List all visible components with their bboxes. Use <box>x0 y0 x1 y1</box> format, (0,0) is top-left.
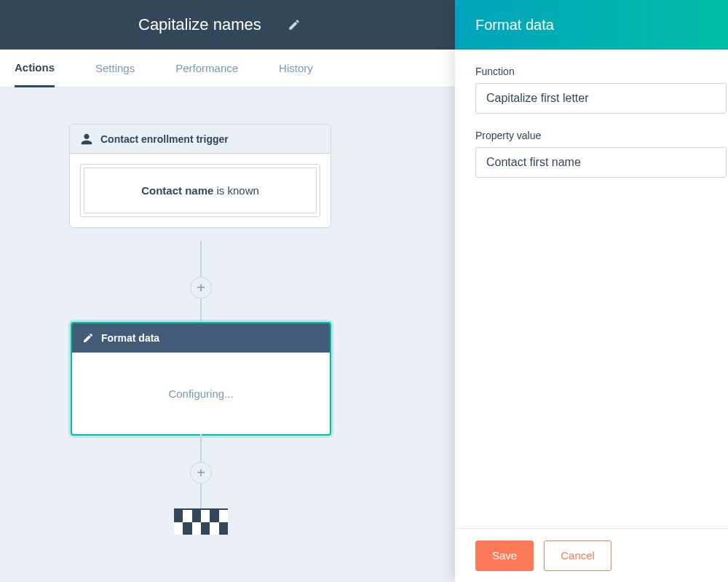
function-label: Function <box>475 66 728 77</box>
workflow-title: Capitalize names <box>138 15 261 34</box>
action-status-text: Configuring... <box>168 388 233 400</box>
pencil-icon[interactable] <box>288 18 301 31</box>
workflow-editor: Capitalize names Actions Settings Perfor… <box>0 0 455 582</box>
connector-line <box>200 299 202 323</box>
panel-footer: Save Cancel <box>455 528 728 582</box>
panel-title: Format data <box>475 17 554 34</box>
cancel-button[interactable]: Cancel <box>544 540 612 571</box>
action-card-body: Configuring... <box>72 353 330 434</box>
user-icon <box>80 133 93 146</box>
property-value-value: Contact first name <box>486 156 581 169</box>
save-button-label: Save <box>492 549 517 562</box>
finish-flag-icon <box>174 508 228 535</box>
tab-label: Performance <box>175 62 238 74</box>
function-field: Function Capitalize first letter <box>475 66 728 114</box>
tab-settings[interactable]: Settings <box>95 50 135 87</box>
pencil-icon <box>82 332 94 344</box>
property-value-select[interactable]: Contact first name <box>475 147 727 178</box>
add-action-button[interactable]: + <box>190 277 212 299</box>
tab-history[interactable]: History <box>279 50 313 87</box>
function-select[interactable]: Capitalize first letter <box>475 83 727 114</box>
property-value-field: Property value Contact first name <box>475 130 728 178</box>
trigger-card[interactable]: Contact enrollment trigger Contact name … <box>69 124 331 228</box>
connector-line <box>200 484 202 510</box>
workflow-canvas[interactable]: Contact enrollment trigger Contact name … <box>0 87 455 582</box>
save-button[interactable]: Save <box>475 540 534 571</box>
trigger-property-name: Contact name <box>141 184 213 197</box>
action-card-header: Format data <box>72 323 330 353</box>
tab-actions[interactable]: Actions <box>15 50 55 87</box>
tab-label: History <box>279 62 313 74</box>
app-header: Capitalize names <box>0 0 455 50</box>
trigger-card-body: Contact name is known <box>70 154 331 227</box>
connector-line <box>200 240 202 278</box>
connector-line <box>200 434 202 463</box>
action-card-format-data[interactable]: Format data Configuring... <box>71 322 331 436</box>
tab-bar: Actions Settings Performance History <box>0 50 455 87</box>
trigger-card-header: Contact enrollment trigger <box>70 125 331 154</box>
function-value: Capitalize first letter <box>486 92 589 105</box>
panel-body: Function Capitalize first letter Propert… <box>455 50 728 528</box>
trigger-condition-text: is known <box>213 184 259 197</box>
add-action-button[interactable]: + <box>190 462 212 484</box>
trigger-card-title: Contact enrollment trigger <box>100 133 229 145</box>
cancel-button-label: Cancel <box>561 549 595 562</box>
action-card-title: Format data <box>101 332 159 344</box>
property-value-label: Property value <box>475 130 728 141</box>
tab-label: Actions <box>15 61 55 74</box>
side-panel: Format data Function Capitalize first le… <box>455 0 728 582</box>
trigger-condition[interactable]: Contact name is known <box>84 168 317 213</box>
tab-label: Settings <box>95 62 135 74</box>
tab-performance[interactable]: Performance <box>175 50 238 87</box>
panel-header: Format data <box>455 0 728 50</box>
